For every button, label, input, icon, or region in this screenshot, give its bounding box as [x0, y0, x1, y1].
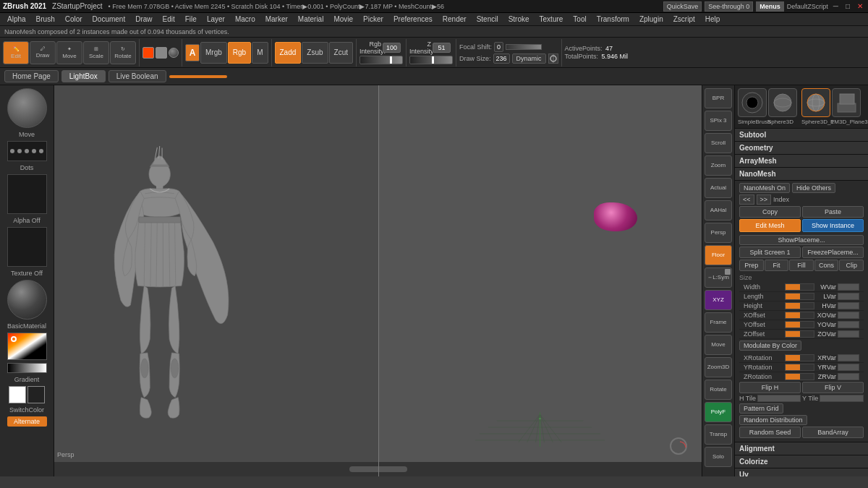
hide-others-button[interactable]: Hide Others: [792, 183, 835, 193]
height-slider[interactable]: [785, 302, 814, 309]
zrotation-slider[interactable]: [785, 373, 814, 380]
zoom3d-button[interactable]: Zoom3D: [705, 357, 732, 377]
color-square[interactable]: [142, 47, 154, 59]
width-slider[interactable]: [785, 283, 814, 291]
dynamic-button[interactable]: Dynamic: [512, 53, 546, 64]
zadd-button[interactable]: Zadd: [275, 42, 302, 64]
yovar-slider[interactable]: [838, 321, 859, 328]
maximize-icon[interactable]: □: [843, 2, 852, 10]
tab-live-boolean[interactable]: Live Boolean: [109, 70, 166, 82]
yrvar-slider[interactable]: [838, 364, 859, 371]
bpr-button[interactable]: BPR: [705, 88, 732, 108]
random-distribution-button[interactable]: Random Distribution: [739, 415, 807, 425]
h-tile-slider[interactable]: [757, 395, 801, 402]
menu-file[interactable]: File: [181, 14, 201, 24]
xoffset-slider[interactable]: [785, 312, 814, 319]
color-swatch-black[interactable]: [27, 386, 45, 403]
dots-preview[interactable]: [7, 141, 47, 161]
move-button[interactable]: ✦ Move: [56, 41, 82, 64]
nanomesh-on-button[interactable]: NanoMesh On: [739, 183, 790, 193]
spix-button[interactable]: SPix 3: [705, 111, 732, 131]
menu-marker[interactable]: Marker: [261, 14, 292, 24]
lvar-slider[interactable]: [838, 293, 859, 300]
minimize-icon[interactable]: ─: [831, 2, 841, 10]
menu-edit[interactable]: Edit: [158, 14, 179, 24]
paste-button[interactable]: Paste: [802, 206, 864, 218]
show-instance-button[interactable]: Show Instance: [802, 219, 864, 232]
menu-stroke[interactable]: Stroke: [504, 14, 534, 24]
focal-shift-val[interactable]: 0: [494, 42, 503, 52]
solo-button[interactable]: Solo: [705, 447, 732, 467]
material-preview[interactable]: [7, 280, 47, 320]
band-array-button[interactable]: BandArray: [802, 427, 864, 438]
mrgb-button[interactable]: Mrgb: [200, 42, 227, 64]
menu-alpha[interactable]: Alpha: [3, 14, 30, 24]
viewport-left[interactable]: [54, 85, 378, 476]
rotate-button[interactable]: Rotate: [705, 380, 732, 400]
clip-button[interactable]: Clip: [839, 260, 864, 271]
viewport[interactable]: Persp: [54, 85, 702, 476]
menu-zscript[interactable]: Zscript: [669, 14, 699, 24]
prep-button[interactable]: Prep: [739, 260, 764, 271]
xrotation-slider[interactable]: [785, 354, 814, 361]
zsub-button[interactable]: Zsub: [302, 42, 328, 64]
pattern-grid-button[interactable]: Pattern Grid: [739, 403, 783, 414]
viewport-right[interactable]: [378, 85, 702, 476]
menu-color[interactable]: Color: [61, 14, 87, 24]
zovar-slider[interactable]: [838, 330, 859, 338]
zcut-button[interactable]: Zcut: [329, 42, 353, 64]
colorize-header[interactable]: Colorize: [735, 455, 868, 468]
menu-preferences[interactable]: Preferences: [389, 14, 437, 24]
xovar-slider[interactable]: [838, 312, 859, 319]
length-slider[interactable]: [785, 293, 814, 300]
menu-render[interactable]: Render: [438, 14, 471, 24]
gradient-bar[interactable]: [7, 363, 47, 373]
brush-thumb-sphere3d1[interactable]: [801, 88, 830, 117]
fill-button[interactable]: Fill: [789, 260, 814, 271]
seethrough-button[interactable]: See-through 0: [705, 1, 753, 12]
y-tile-slider[interactable]: [820, 395, 864, 402]
yrotation-slider[interactable]: [785, 364, 814, 371]
menu-draw[interactable]: Draw: [131, 14, 156, 24]
alpha-square[interactable]: [156, 47, 167, 59]
z-intensity-val[interactable]: 51: [433, 43, 451, 53]
wvar-slider[interactable]: [838, 283, 859, 291]
focal-shift-slider[interactable]: [506, 44, 542, 50]
draw-button[interactable]: 🖊 Draw: [30, 41, 56, 64]
symmetry-icon[interactable]: [548, 53, 558, 64]
alpha-preview[interactable]: [7, 174, 47, 214]
alternate-button[interactable]: Alternate: [7, 416, 47, 427]
draw-size-val[interactable]: 236: [493, 53, 510, 64]
rotation-indicator[interactable]: [670, 437, 687, 455]
menu-help[interactable]: Help: [701, 14, 725, 24]
floor-button[interactable]: Floor: [705, 245, 732, 265]
mode-a-button[interactable]: A: [185, 44, 200, 61]
menu-movie[interactable]: Movie: [329, 14, 357, 24]
fit-button[interactable]: Fit: [765, 260, 789, 271]
m-button[interactable]: M: [252, 42, 268, 64]
z-intensity-slider[interactable]: [409, 56, 453, 64]
scale-button[interactable]: ⊞ Scale: [83, 41, 109, 64]
freeze-placement-button[interactable]: FreezePlaceme...: [802, 247, 864, 258]
zrvar-slider[interactable]: [838, 373, 859, 380]
brush-thumb-sphere3d[interactable]: [768, 88, 797, 117]
menu-zplugin[interactable]: Zplugin: [635, 14, 668, 24]
arraymesh-header[interactable]: ArrayMesh: [735, 155, 868, 168]
xyz-button[interactable]: XYZ: [705, 290, 732, 310]
menu-macro[interactable]: Macro: [231, 14, 260, 24]
geometry-header[interactable]: Geometry: [735, 142, 868, 155]
material-sphere[interactable]: [169, 48, 179, 58]
rgb-button[interactable]: Rgb: [228, 42, 251, 64]
color-swatch-white[interactable]: [9, 386, 26, 403]
xrvar-slider[interactable]: [838, 354, 859, 361]
menu-picker[interactable]: Picker: [359, 14, 388, 24]
menu-layer[interactable]: Layer: [203, 14, 229, 24]
alignment-header[interactable]: Alignment: [735, 442, 868, 455]
close-icon[interactable]: ✕: [855, 2, 865, 10]
menu-brush[interactable]: Brush: [32, 14, 59, 24]
brush-thumb-pm3d-plane3d[interactable]: [832, 88, 861, 117]
show-placement-button[interactable]: ShowPlaceme...: [739, 235, 864, 245]
brush-thumb-simplebrush[interactable]: [738, 88, 767, 117]
cons-button[interactable]: Cons: [814, 260, 839, 271]
menu-transform[interactable]: Transform: [592, 14, 634, 24]
